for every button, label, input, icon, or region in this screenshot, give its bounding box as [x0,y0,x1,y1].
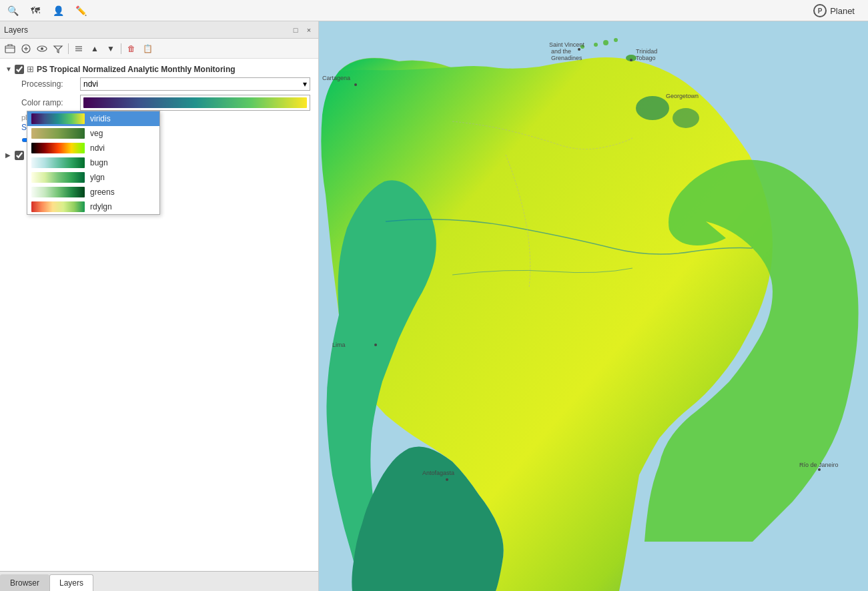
svg-text:Trinidad: Trinidad [636,48,657,55]
layers-panel-title: Layers [4,25,28,35]
svg-text:Saint Vincent: Saint Vincent [549,41,584,48]
ramp-name-greens: greens [90,187,115,197]
layer-check-2[interactable] [15,151,24,160]
svg-point-19 [630,59,632,61]
svg-point-12 [594,43,598,47]
svg-text:Lima: Lima [332,342,346,348]
processing-row: Processing: ndvi ▾ [3,75,316,93]
ramp-option-rdylgn[interactable]: rdylgn [27,199,159,214]
ramp-name-ylgn: ylgn [90,173,105,182]
ramp-option-bugn[interactable]: bugn [27,155,159,170]
color-ramp-swatch [83,97,307,108]
ramp-swatch-bugn [31,157,85,168]
svg-rect-0 [5,46,15,53]
svg-point-22 [818,468,821,471]
svg-point-15 [636,96,669,120]
ramp-option-ylgn[interactable]: ylgn [27,170,159,185]
filter-icon[interactable] [51,41,65,56]
edit-icon[interactable]: ✏️ [73,3,88,18]
svg-point-5 [41,47,43,50]
search-icon[interactable]: 🔍 [5,3,20,18]
layer-name-1[interactable]: PS Tropical Normalized Analytic Monthly … [37,65,236,74]
ramp-option-ndvi[interactable]: ndvi [27,141,159,155]
svg-point-17 [354,83,357,86]
layers-header: Layers □ × [0,21,318,39]
map-icon[interactable]: 🗺 [28,3,43,18]
processing-dropdown-arrow: ▾ [303,79,307,89]
layer-item-1: ▼ ⊞ PS Tropical Normalized Analytic Mont… [0,61,318,147]
svg-text:and the: and the [551,48,571,55]
tab-layers[interactable]: Layers [49,574,93,591]
svg-text:Río de Janeiro: Río de Janeiro [799,462,839,468]
map-area[interactable]: Saint Vincent and the Grenadines Trinida… [319,21,868,591]
user-icon[interactable]: 👤 [51,3,65,18]
color-ramp-label: Color ramp: [21,98,75,107]
svg-point-11 [614,38,618,42]
show-layer-icon[interactable] [35,41,49,56]
processing-label: Processing: [21,79,75,89]
ramp-swatch-greens [31,187,85,197]
ramp-option-viridis[interactable]: viridis [27,111,159,126]
bottom-tabs: Browser Layers [0,571,318,591]
svg-point-21 [446,478,448,481]
svg-point-10 [603,40,608,45]
layer-type-icon-1: ⊞ [27,64,34,74]
color-ramp-dropdown[interactable]: viridis veg ndvi [27,111,160,215]
svg-text:Cartagena: Cartagena [322,75,350,81]
move-down-icon[interactable]: ▼ [103,41,118,56]
ramp-swatch-ndvi [31,143,85,153]
move-up-icon[interactable]: ▲ [87,41,102,56]
color-ramp-container: viridis veg ndvi [80,95,310,111]
left-panel: Layers □ × ▲ ▼ [0,21,319,591]
color-ramp-row: Color ramp: viridis [3,93,316,113]
tab-browser[interactable]: Browser [0,574,49,591]
ramp-swatch-viridis [31,113,85,124]
color-ramp-display[interactable] [80,95,310,111]
processing-value: ndvi [83,79,98,89]
ramp-swatch-rdylgn [31,201,85,212]
ramp-option-veg[interactable]: veg [27,126,159,141]
ramp-name-ndvi: ndvi [90,143,105,153]
layer-row-1: ▼ ⊞ PS Tropical Normalized Analytic Mont… [3,63,316,75]
layer-options-icon[interactable] [71,41,86,56]
layer-expand-2[interactable]: ▶ [5,151,12,159]
svg-point-20 [374,344,377,346]
layers-content: ▼ ⊞ PS Tropical Normalized Analytic Mont… [0,59,318,571]
svg-point-16 [673,108,699,128]
svg-text:Antofagasta: Antofagasta [422,470,454,476]
svg-point-18 [578,48,580,51]
planet-logo: P [813,4,827,17]
svg-text:Tobago: Tobago [636,55,656,61]
ramp-name-viridis: viridis [90,114,111,123]
planet-label: Planet [830,6,855,16]
layer-toolbar: ▲ ▼ 🗑 📋 [0,39,318,59]
svg-text:Georgetown: Georgetown [666,93,699,99]
layer-expand-1[interactable]: ▼ [5,65,12,73]
add-layer-icon[interactable] [19,41,33,56]
ramp-name-bugn: bugn [90,158,108,167]
svg-text:Grenadines: Grenadines [551,55,582,61]
ramp-name-veg: veg [90,129,103,138]
minimize-icon[interactable]: □ [290,25,301,35]
duplicate-icon[interactable]: 📋 [140,41,155,56]
top-toolbar: 🔍 🗺 👤 ✏️ P Planet [0,0,868,21]
planet-badge: P Planet [813,4,855,17]
remove-layer-icon[interactable]: 🗑 [124,41,139,56]
processing-dropdown[interactable]: ndvi ▾ [80,77,310,91]
map-svg: Saint Vincent and the Grenadines Trinida… [319,21,868,591]
ramp-swatch-ylgn [31,172,85,183]
ramp-swatch-veg [31,128,85,139]
ramp-name-rdylgn: rdylgn [90,202,112,211]
open-layer-icon[interactable] [3,41,17,56]
close-panel-icon[interactable]: × [304,25,314,35]
ramp-option-greens[interactable]: greens [27,185,159,199]
layer-check-1[interactable] [15,65,24,74]
